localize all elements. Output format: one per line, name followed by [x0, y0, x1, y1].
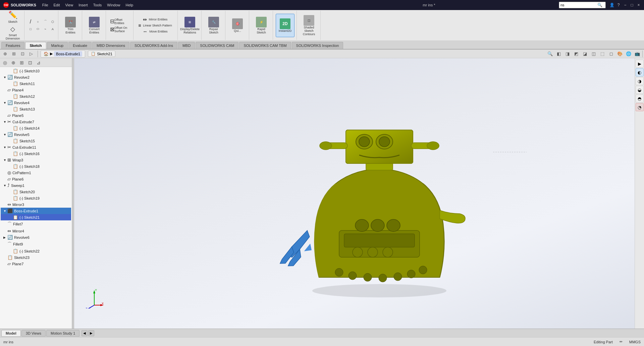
tab-3d-views[interactable]: 3D Views — [21, 330, 46, 337]
3d-viewport[interactable]: Y X Z ▶ ◐ ◑ ◒ ◓ ◔ — [74, 58, 644, 329]
tree-item-fillet9[interactable]: ⌒ Fillet9 — [1, 240, 71, 248]
tree-item-sketch23[interactable]: 📋 Sketch23 — [1, 254, 71, 261]
instant2d-button[interactable]: 2D Instant2D — [276, 14, 294, 37]
tree-item-plane7[interactable]: ▱ Plane7 — [1, 261, 71, 267]
view-icon8[interactable]: ◻ — [607, 50, 615, 58]
circle-tool-button[interactable]: ○ — [35, 18, 41, 25]
offset-on-surface-button[interactable]: ⊠ Offset OnSurface — [109, 26, 131, 33]
display-icon[interactable]: 📺 — [634, 50, 641, 58]
sidebar-icon5[interactable]: ⊿ — [35, 59, 42, 66]
tab-markup[interactable]: Markup — [47, 42, 68, 49]
menu-edit[interactable]: Edit — [51, 2, 63, 8]
tab-evaluate[interactable]: Evaluate — [68, 42, 92, 49]
minimize-btn[interactable]: − — [623, 3, 628, 7]
tab-solidworks-cam[interactable]: SOLIDWORKS CAM — [196, 42, 238, 49]
view-icon2[interactable]: ◧ — [555, 50, 562, 58]
ellipse-tool-button[interactable]: ⬭ — [35, 26, 41, 32]
tree-item-mirror4[interactable]: ⇔ Mirror4 — [1, 228, 71, 234]
tree-item-sketch16[interactable]: 📋 (-) Sketch16 — [1, 150, 71, 157]
right-btn5[interactable]: ◓ — [636, 94, 644, 102]
tab-scroll-left[interactable]: ◀ — [82, 330, 88, 336]
menu-window[interactable]: Window — [104, 2, 123, 8]
question-icon[interactable]: ? — [616, 3, 621, 7]
tree-item-sketch19[interactable]: 📋 (-) Sketch19 — [1, 195, 71, 201]
close-btn[interactable]: × — [636, 3, 641, 7]
sidebar-icon3[interactable]: ⊞ — [18, 59, 25, 66]
edit-icon[interactable]: ✏ — [620, 340, 623, 344]
tree-item-sketch12[interactable]: 📋 Sketch12 — [1, 93, 71, 99]
rapid-sketch-button[interactable]: ⚡ RapidSketch — [252, 14, 271, 37]
tree-item-sketch18[interactable]: 📋 (-) Sketch18 — [1, 163, 71, 169]
search-input[interactable] — [560, 3, 597, 7]
tree-item-cirpattern1[interactable]: ◎ CirPattern1 — [1, 169, 71, 176]
view-icon7[interactable]: ⬚ — [599, 50, 606, 58]
smart-dimension-button[interactable]: ◇ Smart Dimension — [3, 25, 22, 41]
menu-tools[interactable]: Tools — [91, 2, 105, 8]
tab-motion-study[interactable]: Motion Study 1 — [46, 330, 79, 337]
polygon-tool-button[interactable]: ⬡ — [49, 18, 56, 25]
search-bar[interactable]: 🔍 — [559, 2, 606, 8]
display-delete-button[interactable]: ⊞ Display/DeleteRelations — [180, 14, 199, 37]
tree-item-revolve2[interactable]: ▼ 🔄 Revolve2 — [1, 74, 71, 80]
filter-icon-btn[interactable]: ⊕ — [1, 50, 9, 58]
breadcrumb-home-icon[interactable]: 🏠 — [44, 52, 49, 56]
tree-item-revolve5[interactable]: ▼ 🔄 Revolve5 — [1, 131, 71, 138]
tab-mbd[interactable]: MBD — [178, 42, 195, 49]
view-icon3[interactable]: ◨ — [564, 50, 571, 58]
tree-item-mirror3[interactable]: ⇔ Mirror3 — [1, 201, 71, 208]
tree-item-boss-extrude1[interactable]: ▼ ⬛ Boss-Extrude1 — [1, 208, 71, 214]
arc-tool-button[interactable]: ⌒ — [42, 18, 49, 25]
tree-item-sketch13[interactable]: 📋 Sketch13 — [1, 106, 71, 112]
tab-model[interactable]: Model — [1, 330, 21, 337]
line-tool-button[interactable]: / — [27, 18, 34, 25]
tree-item-cut-extrude7[interactable]: ▼ ✂ Cut-Extrude7 — [1, 119, 71, 125]
move-entities-button[interactable]: Move Entities — [148, 29, 169, 33]
scene-icon[interactable]: 🌐 — [625, 50, 632, 58]
view-icon4[interactable]: ◩ — [573, 50, 580, 58]
right-btn4[interactable]: ◒ — [636, 86, 644, 94]
right-btn6[interactable]: ◔ — [636, 103, 644, 111]
text-tool-button[interactable]: A — [49, 26, 56, 32]
tree-item-cut-extrude11[interactable]: ▼ ✂ Cut-Extrude11 — [1, 144, 71, 150]
tab-solidworks-addins[interactable]: SOLIDWORKS Add-Ins — [130, 42, 177, 49]
user-icon[interactable]: 👤 — [609, 3, 614, 7]
spline-tool-button[interactable]: ~ — [42, 26, 49, 32]
convert-entities-button[interactable]: ⇌ Convert Entities — [85, 14, 104, 37]
toolbar-icon3[interactable]: ▷ — [28, 50, 35, 58]
menu-file[interactable]: File — [40, 2, 51, 8]
restore-btn[interactable]: □ — [629, 3, 635, 7]
tree-item-sketch15[interactable]: 📋 Sketch15 — [1, 138, 71, 144]
right-btn3[interactable]: ◑ — [636, 77, 644, 85]
tree-item-plane5[interactable]: ▱ Plane5 — [1, 112, 71, 119]
breadcrumb-extrude-item[interactable]: Boss-Extrude1 — [54, 51, 82, 57]
tree-item-sketch21[interactable]: 📋 (-) Sketch21 — [1, 214, 71, 220]
view-icon6[interactable]: ◫ — [590, 50, 597, 58]
tree-item-sketch14[interactable]: 📋 (-) Sketch14 — [1, 125, 71, 131]
tree-item-plane6[interactable]: ▱ Plane6 — [1, 176, 71, 182]
tree-item-sketch11[interactable]: 📋 Sketch11 — [1, 80, 71, 87]
tab-mbd-dimensions[interactable]: MBD Dimensions — [92, 42, 129, 49]
sketch-button[interactable]: ✏️ Sketch — [3, 10, 22, 24]
appearance-icon[interactable]: 🎨 — [616, 50, 624, 58]
tree-item-revolve4[interactable]: ▼ 🔄 Revolve4 — [1, 99, 71, 106]
tree-item-sketch10[interactable]: 📋 (-) Sketch10 — [1, 68, 71, 74]
sidebar-icon2[interactable]: ⊕ — [10, 59, 17, 66]
right-btn2[interactable]: ◐ — [636, 68, 644, 76]
breadcrumb-sub-item[interactable]: Sketch21 — [97, 52, 112, 56]
shaded-sketch-button[interactable]: ◫ Shaded Sketch Contours — [300, 14, 318, 37]
mirror-entities-button[interactable]: Mirror Entities — [148, 17, 169, 21]
offset-entities-button[interactable]: ⊟ OffsetEntities — [109, 18, 131, 25]
tab-solidworks-inspection[interactable]: SOLIDWORKS Inspection — [292, 42, 343, 49]
menu-help[interactable]: Help — [123, 2, 136, 8]
quick-snaps-button[interactable]: 🎯 Qui... — [228, 14, 247, 37]
toolbar-icon1[interactable]: ⊞ — [10, 50, 17, 58]
toolbar-icon2[interactable]: ⊡ — [19, 50, 26, 58]
trim-entities-button[interactable]: ✂️ TrimEntities — [61, 14, 80, 37]
tree-item-wrap3[interactable]: ▼ ⊞ Wrap3 — [1, 157, 71, 163]
sidebar-icon1[interactable]: ◎ — [1, 59, 9, 66]
tree-item-sketch22[interactable]: 📋 (-) Sketch22 — [1, 248, 71, 254]
tab-solidworks-cam-tbm[interactable]: SOLIDWORKS CAM TBM — [239, 42, 291, 49]
view-icon1[interactable]: 🔍 — [546, 50, 554, 58]
tree-item-revolve6[interactable]: ▶ 🔄 Revolve6 — [1, 234, 71, 240]
tree-item-plane4[interactable]: ▱ Plane4 — [1, 87, 71, 93]
